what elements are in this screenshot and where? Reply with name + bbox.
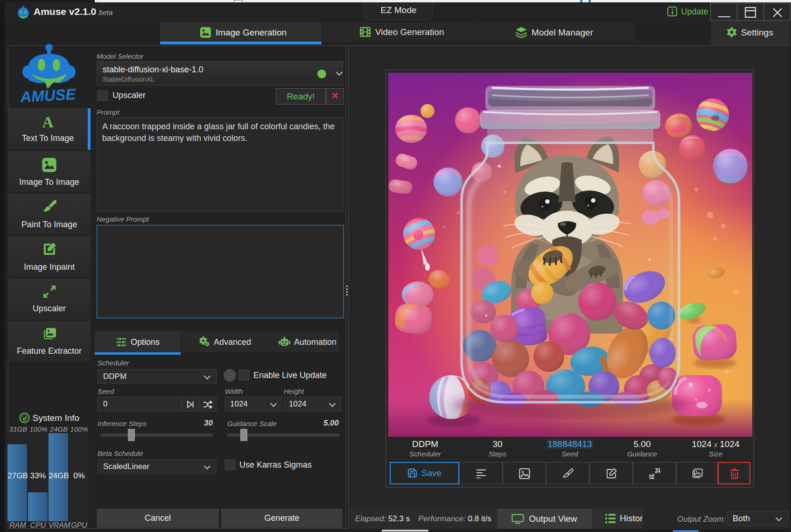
svg-text:AMUSE: AMUSE [19, 85, 77, 102]
